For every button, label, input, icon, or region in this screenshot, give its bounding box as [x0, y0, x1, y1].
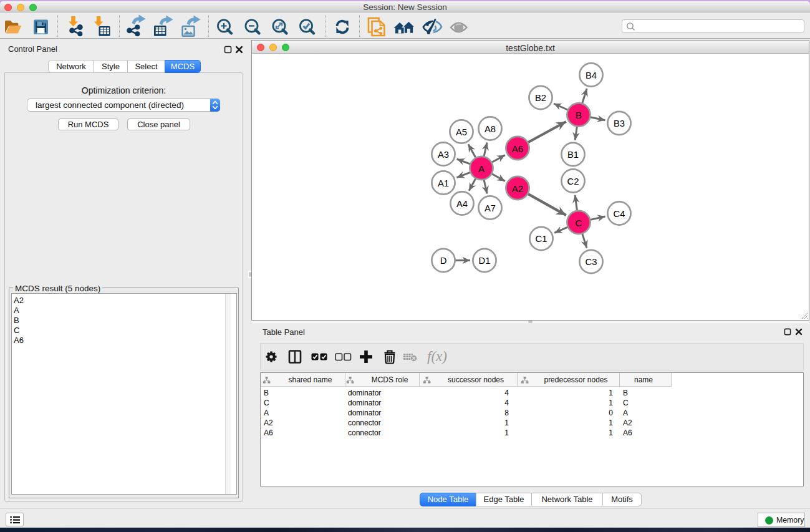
svg-text:B4: B4 — [586, 70, 597, 80]
svg-text:A8: A8 — [485, 124, 496, 134]
svg-text:A1: A1 — [438, 178, 449, 188]
svg-text:C2: C2 — [567, 177, 579, 186]
svg-text:C3: C3 — [586, 257, 597, 267]
svg-text:B2: B2 — [535, 93, 546, 103]
svg-text:C1: C1 — [536, 234, 547, 244]
svg-text:A: A — [478, 163, 485, 174]
svg-text:D1: D1 — [479, 256, 491, 266]
svg-text:B3: B3 — [614, 118, 625, 128]
svg-text:D: D — [440, 256, 447, 266]
svg-text:A5: A5 — [456, 127, 467, 137]
svg-text:A2: A2 — [512, 183, 523, 194]
svg-text:C4: C4 — [614, 209, 625, 219]
svg-text:C: C — [576, 218, 582, 228]
svg-text:B: B — [576, 110, 582, 120]
svg-text:A3: A3 — [438, 150, 449, 160]
svg-text:B1: B1 — [567, 150, 579, 160]
svg-text:A4: A4 — [456, 199, 468, 209]
svg-text:f(x): f(x) — [427, 349, 447, 364]
svg-text:A6: A6 — [512, 143, 523, 154]
svg-text:A7: A7 — [485, 203, 496, 213]
